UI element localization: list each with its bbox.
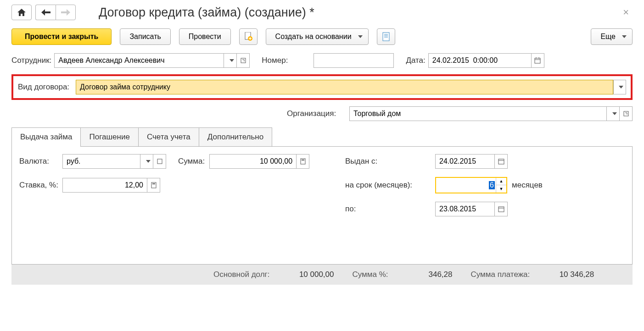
home-icon — [17, 9, 26, 16]
chevron-down-icon — [230, 59, 234, 62]
svg-rect-12 — [157, 159, 162, 164]
calculator-icon — [300, 158, 306, 165]
tab-additional[interactable]: Дополнительно — [199, 127, 272, 146]
payment-label: Сумма платежа: — [471, 270, 530, 279]
org-dropdown[interactable] — [607, 106, 620, 121]
attachment-button[interactable] — [239, 28, 258, 45]
term-spinner[interactable]: 6 ▲ ▼ — [435, 177, 507, 193]
svg-rect-15 — [498, 159, 504, 164]
page-title: Договор кредита (займа) (создание) * — [99, 6, 619, 20]
tab-accounts[interactable]: Счета учета — [138, 127, 199, 146]
principal-value: 10 000,00 — [288, 270, 334, 279]
svg-rect-11 — [624, 111, 628, 116]
term-suffix: месяцев — [512, 181, 543, 190]
open-icon — [623, 111, 629, 116]
svg-rect-17 — [151, 182, 156, 188]
org-label: Организация: — [287, 109, 347, 118]
calendar-icon — [498, 158, 504, 165]
issued-from-input[interactable] — [435, 154, 495, 169]
calendar-icon — [534, 57, 541, 64]
term-value: 6 — [489, 181, 495, 189]
svg-rect-18 — [152, 183, 155, 184]
issued-from-calendar[interactable] — [495, 154, 508, 169]
date-label: Дата: — [406, 56, 425, 65]
report-icon — [382, 32, 390, 41]
amount-input[interactable] — [209, 154, 297, 169]
save-button[interactable]: Записать — [120, 28, 170, 45]
term-up[interactable]: ▲ — [496, 178, 506, 185]
svg-rect-2 — [383, 33, 389, 41]
chevron-down-icon — [358, 35, 363, 38]
number-input[interactable] — [314, 53, 394, 68]
rate-label: Ставка, %: — [19, 181, 58, 190]
to-calendar[interactable] — [495, 202, 508, 216]
issued-from-label: Выдан с: — [345, 157, 431, 166]
contract-type-label: Вид договора: — [18, 83, 69, 92]
currency-label: Валюта: — [19, 157, 58, 166]
contract-type-dropdown[interactable] — [613, 80, 626, 94]
rate-input[interactable] — [62, 178, 147, 193]
open-icon — [157, 159, 162, 164]
tab-repay[interactable]: Погашение — [80, 127, 138, 146]
chevron-down-icon — [622, 35, 627, 38]
create-based-button[interactable]: Создать на основании — [266, 28, 369, 45]
back-button[interactable] — [35, 5, 56, 20]
tab-issue[interactable]: Выдача займа — [11, 127, 81, 146]
payment-value: 10 346,28 — [548, 270, 594, 279]
date-picker-button[interactable] — [532, 53, 544, 68]
to-label: по: — [345, 204, 431, 214]
amount-label: Сумма: — [178, 157, 205, 166]
close-button[interactable]: × — [619, 6, 633, 18]
document-icon — [244, 32, 252, 41]
post-and-close-button[interactable]: Провести и закрыть — [11, 28, 112, 45]
to-input[interactable] — [435, 202, 495, 216]
employee-input[interactable] — [54, 53, 224, 68]
employee-open[interactable] — [237, 53, 250, 68]
svg-rect-7 — [535, 58, 540, 63]
post-button[interactable]: Провести — [179, 28, 231, 45]
percent-label: Сумма %: — [353, 270, 388, 279]
contract-type-row: Вид договора: — [11, 74, 633, 100]
org-open[interactable] — [620, 106, 633, 121]
svg-rect-14 — [302, 160, 304, 160]
employee-label: Сотрудник: — [11, 56, 51, 65]
currency-open[interactable] — [153, 154, 166, 169]
create-based-label: Создать на основании — [275, 33, 352, 41]
open-icon — [241, 58, 246, 63]
report-button[interactable] — [377, 28, 395, 45]
arrow-left-icon — [41, 9, 50, 16]
number-label: Номер: — [262, 56, 288, 65]
currency-dropdown[interactable] — [140, 154, 153, 169]
forward-button[interactable] — [56, 5, 76, 20]
amount-calc[interactable] — [297, 154, 309, 169]
employee-dropdown[interactable] — [224, 53, 237, 68]
date-input[interactable] — [428, 53, 532, 68]
chevron-down-icon — [619, 86, 623, 88]
principal-label: Основной долг: — [213, 270, 270, 279]
term-label: на срок (месяцев): — [345, 181, 431, 190]
home-button[interactable] — [11, 5, 32, 20]
percent-value: 346,28 — [407, 270, 453, 279]
currency-input[interactable] — [62, 154, 140, 169]
more-label: Еще — [600, 33, 616, 41]
org-input[interactable] — [349, 106, 607, 121]
svg-rect-19 — [498, 207, 504, 212]
calendar-icon — [498, 206, 504, 212]
svg-rect-13 — [301, 159, 305, 164]
rate-calc[interactable] — [147, 178, 160, 193]
chevron-down-icon — [146, 160, 151, 163]
chevron-down-icon — [612, 112, 617, 115]
more-button[interactable]: Еще — [591, 28, 633, 45]
term-down[interactable]: ▼ — [496, 185, 506, 193]
calculator-icon — [151, 182, 157, 188]
arrow-right-icon — [61, 9, 70, 16]
svg-rect-6 — [241, 58, 246, 63]
contract-type-input[interactable] — [76, 80, 613, 94]
